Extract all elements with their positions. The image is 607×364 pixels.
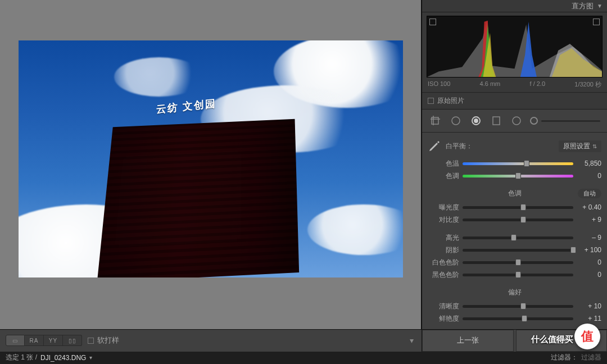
tint-slider[interactable]: 色调 0: [428, 170, 601, 182]
preview-image: 云纺 文创园: [19, 40, 403, 277]
highlights-slider[interactable]: 高光 – 9: [428, 231, 601, 244]
view-mode-single[interactable]: ▭: [6, 335, 25, 346]
white-balance-preset[interactable]: 原照设置 ⇅: [559, 140, 601, 152]
clarity-slider[interactable]: 清晰度 + 10: [428, 300, 601, 312]
filter-label: 过滤器：: [551, 353, 578, 362]
svg-rect-7: [432, 117, 438, 124]
selection-count: 选定 1 张 /: [6, 353, 37, 362]
exif-row: ISO 100 4.6 mm f / 2.0 1/3200 秒: [427, 78, 603, 90]
presence-section-header: 偏好: [428, 286, 601, 298]
image-canvas[interactable]: 云纺 文创园: [0, 0, 422, 329]
whites-slider[interactable]: 白色色阶 0: [428, 256, 601, 269]
view-mode-group: ▭ RA YY ▯▯: [6, 335, 82, 346]
local-adjust-tools: [422, 110, 607, 133]
brush-icon: [530, 117, 538, 125]
basic-panel: 白平衡： 原照设置 ⇅ 色温 5,850 色调 0: [422, 133, 607, 329]
exposure-slider[interactable]: 曝光度 + 0.40: [428, 201, 601, 213]
checkbox-icon: [428, 98, 434, 104]
histogram-title: 直方图: [572, 1, 594, 11]
canvas-toolbar: ▭ RA YY ▯▯ 软打样 ▾: [0, 329, 422, 352]
brush-size-slider[interactable]: [530, 117, 600, 125]
crop-tool[interactable]: [429, 114, 442, 128]
status-bar: 选定 1 张 / DJI_0243.DNG ▾ 过滤器： 过滤器: [0, 352, 607, 364]
chevron-down-icon[interactable]: ▾: [89, 354, 92, 361]
redeye-tool[interactable]: [469, 114, 483, 128]
svg-point-12: [474, 119, 478, 122]
original-photo-label: 原始照片: [437, 96, 464, 106]
previous-button[interactable]: 上一张: [422, 330, 514, 352]
exif-iso: ISO 100: [428, 80, 450, 89]
tone-section-header: 色调 自动: [428, 188, 601, 199]
svg-point-10: [452, 117, 460, 125]
svg-point-14: [513, 117, 520, 125]
temp-slider[interactable]: 色温 5,850: [428, 157, 601, 170]
svg-rect-13: [493, 117, 500, 125]
auto-tone-button[interactable]: 自动: [578, 189, 601, 198]
filter-value[interactable]: 过滤器: [581, 353, 601, 362]
spot-removal-tool[interactable]: [449, 114, 463, 128]
exif-shutter: 1/3200 秒: [574, 80, 601, 89]
view-mode-survey[interactable]: ▯▯: [63, 335, 82, 346]
triangle-down-icon: ▼: [597, 3, 603, 9]
soft-proof-label: 软打样: [97, 335, 119, 345]
toolbar-dropdown-icon[interactable]: ▾: [410, 336, 414, 345]
filename[interactable]: DJI_0243.DNG: [40, 354, 86, 362]
original-photo-toggle[interactable]: 原始照片: [422, 92, 607, 110]
histogram-display[interactable]: [427, 16, 603, 78]
radial-tool[interactable]: [510, 114, 523, 128]
view-mode-compare-ra[interactable]: RA: [25, 335, 44, 346]
white-balance-label: 白平衡：: [446, 142, 554, 151]
view-mode-compare-yy[interactable]: YY: [44, 335, 63, 346]
watermark-text: 什么值得买: [531, 334, 573, 345]
histogram-header[interactable]: 直方图 ▼: [422, 0, 607, 12]
checkbox-icon: [88, 338, 94, 344]
chevron-updown-icon: ⇅: [592, 143, 597, 149]
gradient-tool[interactable]: [490, 114, 503, 128]
exif-focal: 4.6 mm: [480, 80, 501, 89]
exif-aperture: f / 2.0: [530, 80, 546, 89]
soft-proof-toggle[interactable]: 软打样: [88, 335, 119, 345]
white-balance-picker[interactable]: [428, 139, 441, 153]
watermark-badge: 值: [574, 324, 600, 349]
shadows-slider[interactable]: 阴影 + 100: [428, 244, 601, 256]
contrast-slider[interactable]: 对比度 + 9: [428, 213, 601, 226]
blacks-slider[interactable]: 黑色色阶 0: [428, 269, 601, 281]
vibrance-slider[interactable]: 鲜艳度 + 11: [428, 312, 601, 325]
